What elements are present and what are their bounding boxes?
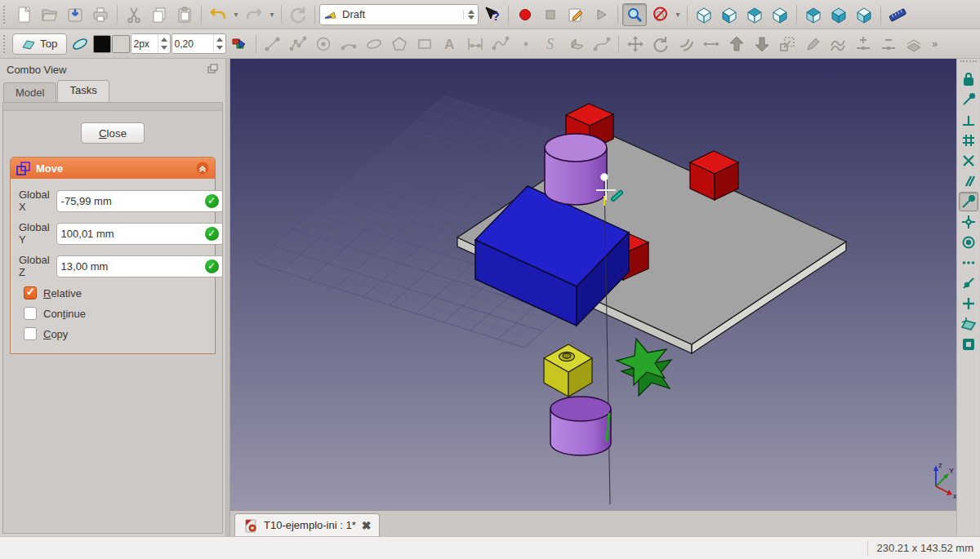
- snap-working-plane-icon[interactable]: [959, 314, 978, 334]
- snap-parallel-icon[interactable]: [959, 171, 978, 191]
- cut-icon[interactable]: [122, 3, 146, 26]
- snap-dimensions-icon[interactable]: [959, 253, 978, 273]
- undo-icon[interactable]: [206, 3, 230, 26]
- snap-lock-icon[interactable]: [959, 69, 978, 89]
- toolbar-drag-handle[interactable]: [3, 6, 9, 24]
- remove-point-tool-icon[interactable]: [876, 33, 901, 55]
- facebinder-tool-icon[interactable]: [564, 33, 589, 55]
- new-file-icon[interactable]: [12, 3, 37, 26]
- tab-model[interactable]: Model: [3, 82, 56, 102]
- line-width-input[interactable]: [131, 34, 158, 53]
- snap-center-icon[interactable]: [959, 131, 978, 150]
- move-panel-header[interactable]: Move: [11, 157, 215, 179]
- face-color-swatch[interactable]: [112, 35, 130, 53]
- shape-2d-view-tool-icon[interactable]: [902, 33, 926, 55]
- checkbox-box[interactable]: [24, 327, 37, 340]
- open-file-icon[interactable]: [38, 3, 62, 26]
- float-panel-icon[interactable]: [206, 62, 219, 78]
- macro-record-icon[interactable]: [513, 3, 537, 26]
- snap-special-icon[interactable]: [959, 212, 978, 232]
- rectangle-tool-icon[interactable]: [412, 33, 437, 55]
- close-tab-icon[interactable]: ✖: [362, 519, 372, 532]
- document-tab[interactable]: T10-ejemplo-ini : 1* ✖: [234, 513, 380, 536]
- text-scale-input[interactable]: [172, 34, 213, 53]
- offset-tool-icon[interactable]: [674, 33, 698, 55]
- view-left-icon[interactable]: [852, 3, 876, 26]
- save-file-icon[interactable]: [63, 3, 87, 26]
- redo-dropdown-icon[interactable]: ▾: [267, 10, 277, 19]
- checkbox-box[interactable]: [24, 286, 37, 299]
- view-rear-icon[interactable]: [801, 3, 826, 26]
- wire-to-bspline-tool-icon[interactable]: [826, 33, 850, 55]
- rotate-tool-icon[interactable]: [648, 33, 673, 55]
- snap-endpoint-icon[interactable]: [959, 90, 978, 109]
- view-bottom-icon[interactable]: [826, 3, 851, 26]
- point-tool-icon[interactable]: [514, 33, 538, 55]
- view-top-icon[interactable]: [742, 3, 767, 26]
- dimension-tool-icon[interactable]: [463, 33, 488, 55]
- refresh-icon[interactable]: [286, 3, 310, 26]
- global-x-field[interactable]: ✓: [56, 190, 223, 212]
- workbench-selector[interactable]: Draft: [319, 4, 479, 25]
- text-scale-spinbox[interactable]: [172, 33, 226, 54]
- snap-intersection-icon[interactable]: [959, 273, 978, 293]
- line-tool-icon[interactable]: [261, 33, 285, 55]
- redo-icon[interactable]: [242, 3, 266, 26]
- view-right-icon[interactable]: [768, 3, 792, 26]
- toolbar-drag-handle[interactable]: [3, 35, 9, 53]
- workbench-spin-arrows[interactable]: [463, 10, 474, 20]
- construction-mode-icon[interactable]: [68, 33, 92, 55]
- polyline-tool-icon[interactable]: [286, 33, 310, 55]
- snap-near-icon[interactable]: [959, 192, 978, 211]
- continue-checkbox[interactable]: Continue: [24, 307, 207, 320]
- toggle-grid-icon[interactable]: [959, 335, 978, 354]
- measure-distance-icon[interactable]: [885, 3, 910, 26]
- macro-stop-icon[interactable]: [538, 3, 563, 26]
- relative-checkbox[interactable]: Relative: [24, 286, 207, 299]
- working-plane-button[interactable]: Top: [12, 33, 67, 55]
- view-front-icon[interactable]: [717, 3, 742, 26]
- draw-style-dropdown-icon[interactable]: ▾: [673, 10, 683, 19]
- line-color-swatch[interactable]: [93, 35, 111, 53]
- toolbar-drag-handle[interactable]: [960, 60, 977, 67]
- toolbar-overflow-icon[interactable]: »: [927, 38, 943, 50]
- upgrade-tool-icon[interactable]: [724, 33, 749, 55]
- scale-tool-icon[interactable]: [775, 33, 800, 55]
- copy-checkbox[interactable]: Copy: [24, 327, 207, 340]
- whats-this-icon[interactable]: ?: [479, 3, 504, 26]
- fit-all-icon[interactable]: [622, 3, 647, 26]
- paste-icon[interactable]: [172, 3, 197, 26]
- edit-tool-icon[interactable]: [800, 33, 825, 55]
- snap-ortho-icon[interactable]: [959, 233, 978, 252]
- global-y-field[interactable]: ✓: [56, 223, 223, 245]
- apply-style-icon[interactable]: [227, 33, 252, 55]
- polygon-tool-icon[interactable]: [387, 33, 412, 55]
- copy-icon[interactable]: [147, 3, 172, 26]
- global-x-input[interactable]: [61, 195, 205, 207]
- global-y-input[interactable]: [61, 228, 205, 240]
- print-icon[interactable]: [88, 3, 113, 26]
- macro-play-icon[interactable]: [589, 3, 613, 26]
- draw-style-icon[interactable]: [648, 3, 672, 26]
- circle-tool-icon[interactable]: [311, 33, 336, 55]
- 3d-viewport[interactable]: z Y x: [230, 59, 956, 510]
- global-z-input[interactable]: [61, 260, 205, 273]
- snap-grid-icon[interactable]: [959, 294, 978, 313]
- trim-extend-tool-icon[interactable]: [699, 33, 724, 55]
- bezier-tool-icon[interactable]: [590, 33, 614, 55]
- macro-edit-icon[interactable]: [564, 3, 588, 26]
- tab-tasks[interactable]: Tasks: [57, 80, 109, 102]
- move-tool-icon[interactable]: [623, 33, 648, 55]
- collapse-icon[interactable]: [196, 162, 209, 175]
- checkbox-box[interactable]: [24, 307, 37, 320]
- view-axonometric-icon[interactable]: [692, 3, 716, 26]
- ellipse-tool-icon[interactable]: [362, 33, 386, 55]
- add-point-tool-icon[interactable]: [851, 33, 875, 55]
- arc-tool-icon[interactable]: [336, 33, 361, 55]
- text-tool-icon[interactable]: A: [438, 33, 462, 55]
- close-button[interactable]: Close: [81, 122, 145, 144]
- shapestring-tool-icon[interactable]: S: [539, 33, 564, 55]
- line-width-spinbox[interactable]: [131, 33, 171, 54]
- snap-angle-icon[interactable]: [959, 151, 978, 171]
- snap-midpoint-icon[interactable]: [959, 110, 978, 130]
